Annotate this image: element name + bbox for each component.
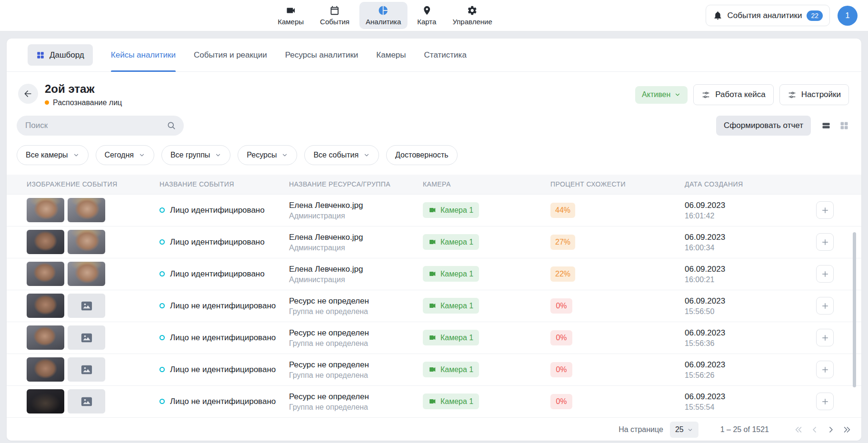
similarity-badge: 0% <box>550 394 572 409</box>
table-scrollbar[interactable] <box>853 232 856 387</box>
column-header-camera: КАМЕРА <box>423 180 550 188</box>
generate-report-button[interactable]: Сформировать отчет <box>716 116 811 136</box>
analytics-events-button[interactable]: События аналитики 22 <box>706 5 830 26</box>
date-cell: 06.09.2023 16:01:42 <box>685 200 816 220</box>
filter-groups[interactable]: Все группы <box>161 145 230 165</box>
filter-label: Все группы <box>170 151 210 159</box>
event-thumbnail[interactable] <box>27 325 64 350</box>
matched-thumbnail[interactable] <box>68 198 105 222</box>
date-value: 06.09.2023 <box>685 232 816 242</box>
date-value: 06.09.2023 <box>685 328 816 338</box>
user-avatar[interactable]: 1 <box>838 6 858 26</box>
last-page-button[interactable] <box>840 423 854 436</box>
previous-page-button[interactable] <box>808 423 821 436</box>
row-actions <box>816 201 856 219</box>
matched-thumbnail[interactable] <box>68 389 105 413</box>
add-button[interactable] <box>816 361 834 378</box>
event-thumbnail[interactable] <box>27 389 64 413</box>
date-cell: 06.09.2023 16:00:21 <box>685 264 816 284</box>
matched-thumbnail[interactable] <box>68 294 105 318</box>
plus-icon <box>821 302 829 310</box>
add-button[interactable] <box>816 265 834 283</box>
camera-badge[interactable]: Камера 1 <box>423 298 479 314</box>
event-thumbnail[interactable] <box>27 198 64 222</box>
nav-events[interactable]: События <box>314 2 356 29</box>
nav-management[interactable]: Управление <box>446 2 498 29</box>
resource-group: Группа не определена <box>289 371 423 380</box>
similarity-cell: 0% <box>550 298 685 314</box>
camera-name: Камера 1 <box>440 302 473 310</box>
resource-name: Елена Левченко.jpg <box>289 232 423 242</box>
matched-thumbnail[interactable] <box>68 262 105 286</box>
back-button[interactable] <box>18 84 38 104</box>
per-page-select[interactable]: 25 <box>670 422 698 438</box>
nav-analytics[interactable]: Аналитика <box>359 2 407 29</box>
tab-statistics[interactable]: Статистика <box>424 39 467 71</box>
event-name: Лицо идентифицировано <box>170 269 265 279</box>
tab-events-reactions[interactable]: События и реакции <box>194 39 267 71</box>
column-header-event-image: ИЗОБРАЖЕНИЕ СОБЫТИЯ <box>27 180 160 188</box>
nav-cameras[interactable]: Камеры <box>271 2 310 29</box>
case-status-dropdown[interactable]: Активен <box>635 86 688 104</box>
per-page-value: 25 <box>675 425 684 434</box>
video-camera-icon <box>429 365 437 374</box>
next-page-button[interactable] <box>824 423 838 436</box>
chevron-right-icon <box>826 425 836 434</box>
filter-confidence[interactable]: Достоверность <box>386 145 457 165</box>
first-page-button[interactable] <box>792 423 805 436</box>
tab-dashboard[interactable]: Дашборд <box>28 44 93 66</box>
tab-cameras[interactable]: Камеры <box>376 39 406 71</box>
video-camera-icon <box>429 334 437 342</box>
event-thumbnail[interactable] <box>27 294 64 318</box>
filter-events[interactable]: Все события <box>304 145 379 165</box>
video-camera-icon <box>429 206 437 214</box>
add-button[interactable] <box>816 297 834 315</box>
chevron-left-icon <box>810 425 819 434</box>
time-value: 15:55:54 <box>685 403 816 412</box>
nav-map[interactable]: Карта <box>411 2 442 29</box>
tab-analytics-cases[interactable]: Кейсы аналитики <box>111 39 176 71</box>
filter-resources[interactable]: Ресурсы <box>238 145 297 165</box>
back-arrow-icon <box>23 89 33 98</box>
event-thumbnail[interactable] <box>27 230 64 254</box>
camera-badge[interactable]: Камера 1 <box>423 362 479 377</box>
event-thumbnail[interactable] <box>27 357 64 382</box>
per-page-label: На странице <box>619 425 663 434</box>
matched-thumbnail[interactable] <box>68 325 105 350</box>
settings-sliders-icon <box>788 90 797 99</box>
list-view-button[interactable] <box>821 121 831 130</box>
camera-cell: Камера 1 <box>423 234 550 250</box>
table-body: Лицо идентифицировано Елена Левченко.jpg… <box>7 195 861 418</box>
time-value: 16:00:34 <box>685 244 816 252</box>
pagination-bar: На странице 25 1 – 25 of 1521 <box>7 419 861 441</box>
event-name-cell: Лицо не идентифицировано <box>160 333 289 343</box>
table-row: Лицо идентифицировано Елена Левченко.jpg… <box>7 195 861 226</box>
filter-all-cameras[interactable]: Все камеры <box>17 145 89 165</box>
settings-button[interactable]: Настройки <box>779 84 849 105</box>
matched-thumbnail[interactable] <box>68 230 105 254</box>
add-button[interactable] <box>816 201 834 219</box>
event-images <box>27 230 160 254</box>
camera-badge[interactable]: Камера 1 <box>423 330 479 345</box>
tab-analytics-resources[interactable]: Ресурсы аналитики <box>285 39 359 71</box>
resource-cell: Елена Левченко.jpg Администрация <box>289 232 423 252</box>
filter-label: Все камеры <box>26 151 68 159</box>
filter-date[interactable]: Сегодня <box>96 145 154 165</box>
camera-badge[interactable]: Камера 1 <box>423 234 479 250</box>
search-input[interactable] <box>17 116 184 136</box>
column-header-similarity: ПРОЦЕНТ СХОЖЕСТИ <box>550 180 685 188</box>
table-row: Лицо не идентифицировано Ресурс не опред… <box>7 290 861 322</box>
camera-badge[interactable]: Камера 1 <box>423 394 479 409</box>
grid-view-button[interactable] <box>839 121 849 130</box>
add-button[interactable] <box>816 393 834 410</box>
analytics-type-label: Распознавание лиц <box>53 98 122 107</box>
add-button[interactable] <box>816 233 834 251</box>
camera-badge[interactable]: Камера 1 <box>423 202 479 218</box>
event-name-cell: Лицо не идентифицировано <box>160 397 289 406</box>
event-thumbnail[interactable] <box>27 262 64 286</box>
add-button[interactable] <box>816 329 834 346</box>
column-header-event-name: НАЗВАНИЕ СОБЫТИЯ <box>160 180 289 188</box>
matched-thumbnail[interactable] <box>68 357 105 382</box>
case-work-button[interactable]: Работа кейса <box>693 84 773 105</box>
camera-badge[interactable]: Камера 1 <box>423 266 479 282</box>
